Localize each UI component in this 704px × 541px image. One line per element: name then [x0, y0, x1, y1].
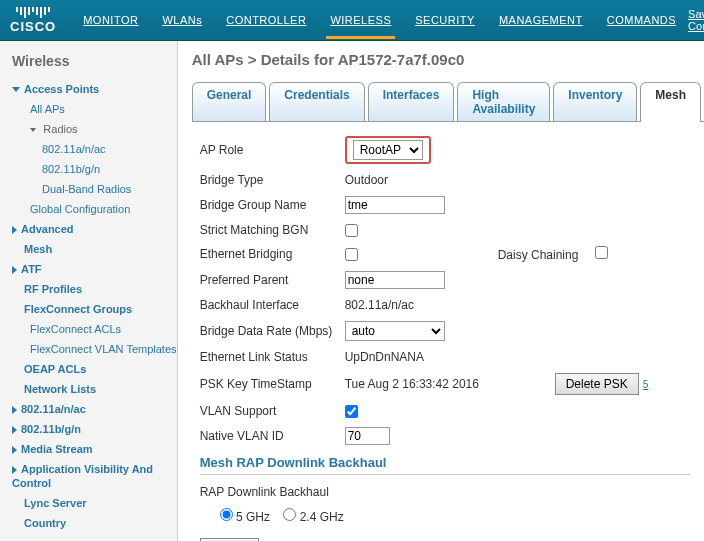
radio-24ghz-label[interactable]: 2.4 GHz: [283, 510, 343, 524]
bridge-rate-label: Bridge Data Rate (Mbps): [200, 324, 345, 338]
sidebar-mesh[interactable]: Mesh: [24, 243, 52, 255]
sidebar: Wireless Access Points All APs Radios 80…: [0, 41, 178, 541]
radio-5ghz[interactable]: [220, 508, 233, 521]
save-config-link[interactable]: Save Confi: [688, 8, 704, 32]
brand-text: CISCO: [10, 19, 56, 34]
strict-bgn-label: Strict Matching BGN: [200, 223, 345, 237]
sidebar-flexconnect-vlan[interactable]: FlexConnect VLAN Templates: [30, 343, 177, 355]
sidebar-lync[interactable]: Lync Server: [24, 497, 87, 509]
nav-monitor[interactable]: MONITOR: [71, 2, 150, 38]
mesh-form: AP Role RootAP Bridge Type Outdoor Bridg…: [192, 122, 704, 541]
psk-footnote-link[interactable]: 5: [643, 379, 649, 390]
sidebar-radios[interactable]: Radios: [43, 123, 77, 135]
backhaul-if-label: Backhaul Interface: [200, 298, 345, 312]
tab-inventory[interactable]: Inventory: [553, 82, 637, 121]
sidebar-avc[interactable]: Application Visibility And Control: [12, 463, 153, 489]
sidebar-radio-bg[interactable]: 802.11b/g/n: [42, 163, 100, 175]
tab-interfaces[interactable]: Interfaces: [368, 82, 455, 121]
sidebar-flexconnect-acls[interactable]: FlexConnect ACLs: [30, 323, 121, 335]
ap-role-select[interactable]: RootAP: [353, 140, 423, 160]
radio-24ghz[interactable]: [283, 508, 296, 521]
eth-link-value: UpDnDnNANA: [345, 350, 424, 364]
sidebar-80211an[interactable]: 802.11a/n/ac: [21, 403, 86, 415]
radio-5ghz-label[interactable]: 5 GHz: [220, 510, 270, 524]
chevron-right-icon[interactable]: [12, 266, 17, 274]
backhaul-if-value: 802.11a/n/ac: [345, 298, 414, 312]
nav-wireless[interactable]: WIRELESS: [318, 2, 403, 38]
sidebar-all-aps[interactable]: All APs: [30, 103, 65, 115]
rap-downlink-label: RAP Downlink Backhaul: [200, 485, 329, 499]
sidebar-80211bg[interactable]: 802.11b/g/n: [21, 423, 81, 435]
native-vlan-label: Native VLAN ID: [200, 429, 345, 443]
vlan-support-label: VLAN Support: [200, 404, 345, 418]
mesh-rap-section-title: Mesh RAP Downlink Backhaul: [200, 455, 690, 475]
nav-security[interactable]: SECURITY: [403, 2, 487, 38]
sidebar-dual-band[interactable]: Dual-Band Radios: [42, 183, 131, 195]
bridge-type-label: Bridge Type: [200, 173, 345, 187]
sidebar-oeap-acls[interactable]: OEAP ACLs: [24, 363, 86, 375]
pref-parent-input[interactable]: [345, 271, 445, 289]
chevron-down-icon[interactable]: [12, 87, 20, 92]
chevron-right-icon[interactable]: [12, 466, 17, 474]
tab-credentials[interactable]: Credentials: [269, 82, 364, 121]
sidebar-atf[interactable]: ATF: [21, 263, 42, 275]
page-title: All APs > Details for AP1572-7a7f.09c0: [192, 51, 704, 68]
bridge-rate-select[interactable]: auto: [345, 321, 445, 341]
chevron-right-icon[interactable]: [12, 426, 17, 434]
tab-bar: General Credentials Interfaces High Avai…: [192, 82, 704, 122]
nav-controller[interactable]: CONTROLLER: [214, 2, 318, 38]
chevron-right-icon[interactable]: [12, 446, 17, 454]
ap-role-highlight: RootAP: [345, 136, 431, 164]
ap-role-label: AP Role: [200, 143, 345, 157]
eth-link-label: Ethernet Link Status: [200, 350, 345, 364]
sidebar-network-lists[interactable]: Network Lists: [24, 383, 96, 395]
chevron-right-icon[interactable]: [12, 226, 17, 234]
vlan-support-checkbox[interactable]: [345, 405, 358, 418]
delete-psk-button[interactable]: Delete PSK: [555, 373, 639, 395]
sidebar-flexconnect-groups[interactable]: FlexConnect Groups: [24, 303, 132, 315]
chevron-right-icon[interactable]: [12, 406, 17, 414]
eth-bridging-label: Ethernet Bridging: [200, 247, 345, 261]
bgn-input[interactable]: [345, 196, 445, 214]
sidebar-rf-profiles[interactable]: RF Profiles: [24, 283, 82, 295]
top-bar: CISCO MONITOR WLANs CONTROLLER WIRELESS …: [0, 0, 704, 41]
sidebar-advanced[interactable]: Advanced: [21, 223, 74, 235]
tab-mesh[interactable]: Mesh: [640, 82, 701, 121]
tab-general[interactable]: General: [192, 82, 267, 121]
sidebar-country[interactable]: Country: [24, 517, 66, 529]
chevron-down-icon[interactable]: [30, 128, 36, 132]
daisy-chaining-checkbox[interactable]: [595, 246, 608, 259]
cisco-logo: CISCO: [10, 7, 56, 34]
sidebar-access-points[interactable]: Access Points: [24, 83, 99, 95]
daisy-chaining-label: Daisy Chaining: [498, 248, 579, 262]
eth-bridging-checkbox[interactable]: [345, 248, 358, 261]
sidebar-media-stream[interactable]: Media Stream: [21, 443, 93, 455]
psk-ts-label: PSK Key TimeStamp: [200, 377, 345, 391]
native-vlan-input[interactable]: [345, 427, 390, 445]
sidebar-title: Wireless: [0, 49, 177, 79]
pref-parent-label: Preferred Parent: [200, 273, 345, 287]
nav-wlans[interactable]: WLANs: [150, 2, 214, 38]
sidebar-radio-an[interactable]: 802.11a/n/ac: [42, 143, 106, 155]
bgn-label: Bridge Group Name: [200, 198, 345, 212]
top-nav: MONITOR WLANs CONTROLLER WIRELESS SECURI…: [71, 2, 688, 38]
bridge-type-value: Outdoor: [345, 173, 388, 187]
strict-bgn-checkbox[interactable]: [345, 224, 358, 237]
sidebar-global-config[interactable]: Global Configuration: [30, 203, 130, 215]
tab-high-availability[interactable]: High Availability: [457, 82, 550, 121]
nav-commands[interactable]: COMMANDS: [595, 2, 688, 38]
psk-ts-value: Tue Aug 2 16:33:42 2016: [345, 377, 555, 391]
nav-management[interactable]: MANAGEMENT: [487, 2, 595, 38]
main-content: All APs > Details for AP1572-7a7f.09c0 G…: [178, 41, 704, 541]
